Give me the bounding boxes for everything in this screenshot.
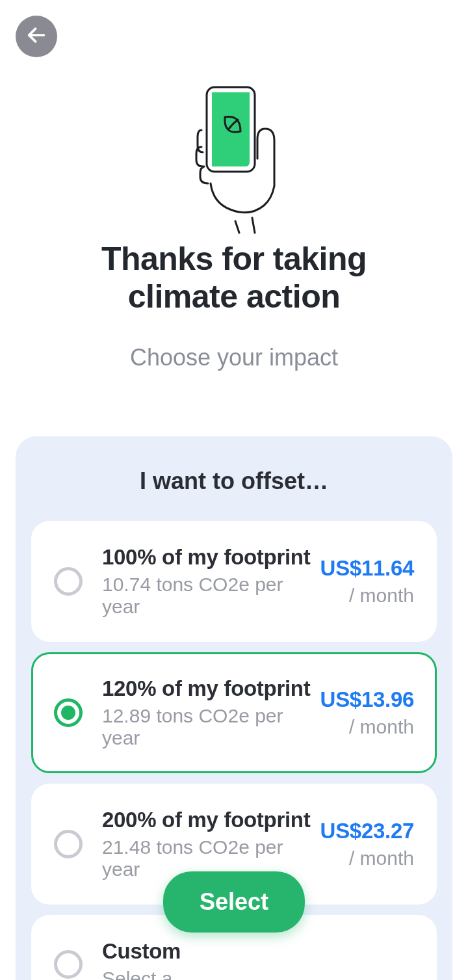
offset-option[interactable]: 100% of my footprint10.74 tons CO2e per … — [31, 521, 437, 642]
panel-heading: I want to offset… — [31, 468, 437, 495]
page-subtitle: Choose your impact — [130, 344, 338, 371]
option-subtitle: 12.89 tons CO2e per year — [102, 705, 313, 749]
option-main: CustomSelect a — [102, 939, 414, 980]
option-main: 120% of my footprint12.89 tons CO2e per … — [102, 676, 313, 749]
radio-unchecked-icon — [54, 567, 83, 596]
radio-unchecked-icon — [54, 830, 83, 858]
hero: Thanks for taking climate action Choose … — [0, 85, 468, 371]
svg-line-3 — [252, 218, 255, 233]
arrow-left-icon — [25, 24, 47, 49]
back-button[interactable] — [16, 16, 57, 57]
select-button-label: Select — [200, 888, 268, 915]
option-subtitle: Select a — [102, 968, 414, 980]
option-price: US$13.96 — [320, 687, 414, 712]
option-price: US$11.64 — [320, 556, 414, 581]
option-price: US$23.27 — [320, 819, 414, 843]
offset-option[interactable]: 120% of my footprint12.89 tons CO2e per … — [31, 652, 437, 773]
option-period: / month — [320, 847, 414, 869]
radio-checked-icon — [54, 698, 83, 727]
select-button[interactable]: Select — [163, 871, 305, 933]
option-main: 200% of my footprint21.48 tons CO2e per … — [102, 808, 313, 881]
option-title: 100% of my footprint — [102, 545, 313, 570]
option-title: Custom — [102, 939, 414, 964]
option-subtitle: 10.74 tons CO2e per year — [102, 574, 313, 618]
hand-phone-illustration — [182, 85, 286, 234]
radio-unchecked-icon — [54, 950, 83, 979]
option-price-col: US$11.64/ month — [320, 556, 414, 607]
option-period: / month — [320, 716, 414, 738]
option-main: 100% of my footprint10.74 tons CO2e per … — [102, 545, 313, 618]
option-price-col: US$13.96/ month — [320, 687, 414, 738]
option-price-col: US$23.27/ month — [320, 819, 414, 869]
page-title: Thanks for taking climate action — [101, 241, 367, 315]
svg-line-2 — [235, 221, 239, 233]
option-title: 200% of my footprint — [102, 808, 313, 832]
option-period: / month — [320, 585, 414, 607]
option-title: 120% of my footprint — [102, 676, 313, 701]
page-title-line2: climate action — [128, 278, 340, 315]
page-title-line1: Thanks for taking — [101, 241, 367, 277]
